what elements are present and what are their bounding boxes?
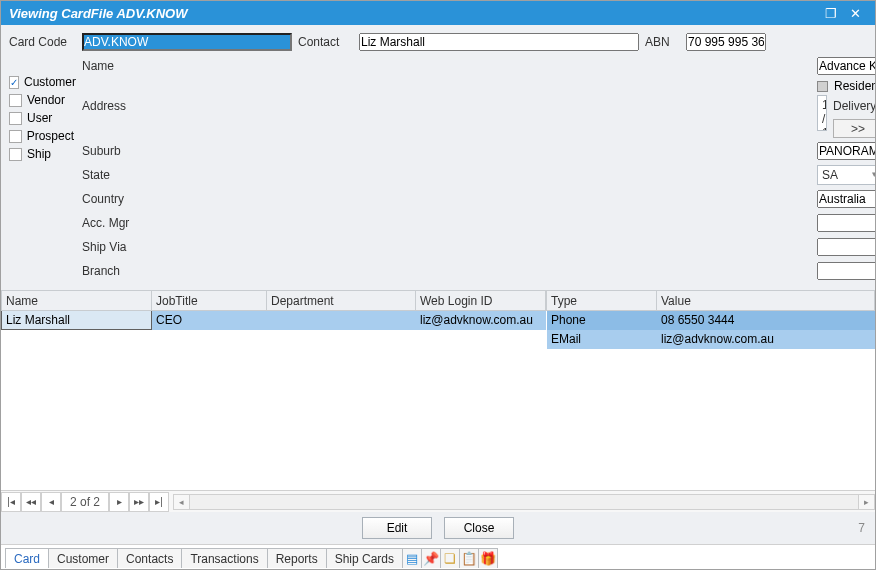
branch-input[interactable] <box>817 262 876 280</box>
label-branch: Branch <box>82 260 809 282</box>
titlebar: Viewing CardFile ADV.KNOW ❐ ✕ <box>1 1 875 25</box>
horizontal-scrollbar[interactable]: ◂▸ <box>173 494 875 510</box>
label-delivery: Delivery <box>833 95 876 117</box>
label-state: State <box>82 164 809 186</box>
address-input[interactable]: 1/11 Hattie Avenue <box>817 95 827 131</box>
check-user[interactable]: User <box>9 111 74 125</box>
label-acc-mgr: Acc. Mgr <box>82 212 809 234</box>
checkbox-icon <box>9 112 22 125</box>
col-name[interactable]: Name <box>2 291 152 311</box>
label-card-code: Card Code <box>9 31 74 53</box>
col-type[interactable]: Type <box>547 291 657 311</box>
window-title: Viewing CardFile ADV.KNOW <box>9 6 819 21</box>
check-ship[interactable]: Ship <box>9 147 74 161</box>
tab-reports[interactable]: Reports <box>267 548 327 568</box>
abn-input[interactable] <box>686 33 766 51</box>
edit-button[interactable]: Edit <box>362 517 432 539</box>
toolbar-copy-icon[interactable]: ❏ <box>440 548 460 568</box>
suburb-input[interactable] <box>817 142 876 160</box>
label-country: Country <box>82 188 809 210</box>
checkbox-icon <box>9 130 22 143</box>
toolbar-gift-icon[interactable]: 🎁 <box>478 548 498 568</box>
name-input[interactable] <box>817 57 876 75</box>
col-jobtitle[interactable]: JobTitle <box>152 291 267 311</box>
nav-next-button[interactable]: ▸ <box>109 492 129 512</box>
close-icon[interactable]: ✕ <box>843 6 867 21</box>
acc-mgr-input[interactable] <box>817 214 876 232</box>
label-residential: Residential <box>834 79 876 93</box>
nav-last-button[interactable]: ▸| <box>149 492 169 512</box>
state-select[interactable] <box>817 165 876 185</box>
close-button[interactable]: Close <box>444 517 514 539</box>
label-contact: Contact <box>298 31 353 53</box>
label-abn: ABN <box>645 31 680 53</box>
tab-transactions[interactable]: Transactions <box>181 548 267 568</box>
scroll-right-icon[interactable]: ▸ <box>858 495 874 509</box>
check-customer[interactable]: Customer <box>9 75 74 89</box>
checkbox-icon <box>9 148 22 161</box>
tab-card[interactable]: Card <box>5 548 49 568</box>
check-prospect[interactable]: Prospect <box>9 129 74 143</box>
nav-prev-button[interactable]: ◂ <box>41 492 61 512</box>
record-count: 7 <box>858 521 865 535</box>
col-department[interactable]: Department <box>267 291 416 311</box>
table-row[interactable]: Liz Marshall CEO liz@advknow.com.au <box>2 311 546 330</box>
tab-contacts[interactable]: Contacts <box>117 548 182 568</box>
toolbar-pin-icon[interactable]: 📌 <box>421 548 441 568</box>
record-navigator: |◂ ◂◂ ◂ 2 of 2 ▸ ▸▸ ▸| ◂▸ <box>1 490 875 512</box>
details-grids: Name JobTitle Department Web Login ID Li… <box>1 290 875 490</box>
nav-prev-page-button[interactable]: ◂◂ <box>21 492 41 512</box>
table-row[interactable]: EMailliz@advknow.com.au <box>547 330 875 349</box>
residential-indicator-icon <box>817 81 828 92</box>
copy-address-button[interactable]: >> <box>833 119 876 138</box>
checkbox-icon <box>9 94 22 107</box>
action-bar: Edit Close 7 <box>1 512 875 544</box>
label-ship-via: Ship Via <box>82 236 809 258</box>
col-weblogin[interactable]: Web Login ID <box>416 291 546 311</box>
nav-page-indicator: 2 of 2 <box>61 492 109 512</box>
card-code-input[interactable] <box>82 33 292 51</box>
label-address: Address <box>82 95 809 117</box>
restore-icon[interactable]: ❐ <box>819 6 843 21</box>
toolbar-paste-icon[interactable]: 📋 <box>459 548 479 568</box>
form-panel: Card Code Contact ABN Name ACN Customer … <box>1 25 875 290</box>
label-suburb: Suburb <box>82 140 809 162</box>
toolbar-form-icon[interactable]: ▤ <box>402 548 422 568</box>
check-vendor[interactable]: Vendor <box>9 93 74 107</box>
nav-next-page-button[interactable]: ▸▸ <box>129 492 149 512</box>
contact-input[interactable] <box>359 33 639 51</box>
label-name: Name <box>82 55 809 77</box>
type-value-grid[interactable]: Type Value Phone08 6550 3444 EMailliz@ad… <box>546 290 875 349</box>
tab-customer[interactable]: Customer <box>48 548 118 568</box>
contacts-grid[interactable]: Name JobTitle Department Web Login ID Li… <box>1 290 546 330</box>
tab-strip: Card Customer Contacts Transactions Repo… <box>1 544 875 568</box>
tab-ship-cards[interactable]: Ship Cards <box>326 548 403 568</box>
country-input[interactable] <box>817 190 876 208</box>
ship-via-input[interactable] <box>817 238 876 256</box>
checkbox-icon <box>9 76 19 89</box>
scroll-left-icon[interactable]: ◂ <box>174 495 190 509</box>
col-value[interactable]: Value <box>657 291 875 311</box>
nav-first-button[interactable]: |◂ <box>1 492 21 512</box>
table-row[interactable]: Phone08 6550 3444 <box>547 311 875 330</box>
